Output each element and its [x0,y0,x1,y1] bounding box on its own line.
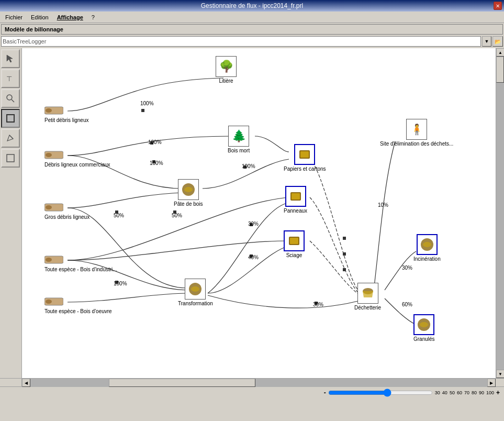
pct-100-pate: 100% [150,160,163,166]
zoom-80: 80 [472,390,477,395]
gros-debris-icon [44,202,63,213]
site-elimination-label: Site d'élimination des déchets... [380,141,453,147]
svg-rect-19 [343,268,346,271]
select2-tool-button[interactable] [1,109,20,128]
litiere-label: Litière [219,78,233,84]
sciage-node[interactable]: Sciage [284,230,305,258]
svg-text:⊤: ⊤ [6,75,12,83]
transformation-node[interactable]: Transformation [178,279,213,306]
pct-60-granules: 60% [402,302,412,307]
model-bar: Modèle de billonnage [1,24,503,35]
zoom-90: 90 [479,390,484,395]
scroll-right-button[interactable]: ▶ [487,379,496,387]
incineration-icon [417,234,438,255]
pate-bois-node[interactable]: Pâte de bois [174,179,203,207]
svg-point-2 [7,95,12,100]
svg-line-5 [9,135,13,139]
svg-point-35 [420,322,428,327]
vertical-scrollbar[interactable]: ▲ ▼ [496,48,504,378]
incineration-label: Incinération [413,256,441,262]
debris-commerciaux-label: Débris ligneux commerciaux [44,162,110,168]
h-scroll-track [30,379,487,387]
canvas-area: 🌳 Litière 🌲 Bois mort Pâte de bois Trans… [22,48,496,378]
sciage-label: Sciage [286,252,303,258]
browse-button[interactable]: 📂 [492,36,503,47]
scroll-down-button[interactable]: ▼ [496,370,504,378]
pate-bois-label: Pâte de bois [174,201,203,207]
gros-debris-node[interactable]: Gros débris ligneux [44,202,89,220]
svg-point-41 [46,205,52,209]
menu-fichier[interactable]: Fichier [2,13,26,21]
transformation-label: Transformation [178,301,213,306]
papiers-cartons-icon [294,144,315,165]
bois-mort-node[interactable]: 🌲 Bois mort [228,126,250,153]
zoom-bar: - 30 40 50 60 70 80 90 100 + [0,386,504,398]
select-tool-button[interactable] [1,49,20,68]
menu-aide[interactable]: ? [88,13,98,21]
svg-rect-28 [292,193,300,200]
petit-debris-node[interactable]: Petit débris ligneux [44,105,89,123]
delete-tool-button[interactable] [1,149,20,168]
move-tool-button[interactable]: ⊤ [1,69,20,88]
svg-point-33 [423,242,431,247]
pct-100-transfo: 100% [114,281,127,286]
dropdown-row: ▼ 📂 [1,36,503,47]
zoom-icon [6,94,15,103]
window-title: Gestionnaire de flux - ipcc2014_fr.prl [201,2,303,9]
svg-rect-17 [343,237,346,240]
pct-30-sciage: 30% [248,221,259,227]
pct-40-panneaux: 40% [248,254,259,260]
transformation-icon [185,279,206,300]
granules-node[interactable]: Granulés [413,314,435,342]
pct-50-gros2: 50% [172,213,182,218]
zoom-tool-button[interactable] [1,89,20,108]
svg-point-22 [184,187,193,192]
petit-debris-icon [44,105,63,116]
pen-tool-button[interactable] [1,129,20,148]
close-button[interactable]: ✕ [494,2,502,10]
model-select-input[interactable] [1,36,481,47]
zoom-60: 60 [457,390,462,395]
scroll-thumb[interactable] [496,57,504,83]
toute-espece-oeuvre-node[interactable]: Toute espèce - Bois d'oeuvre [44,296,112,314]
zoom-slider[interactable] [328,390,433,396]
svg-line-3 [12,99,14,102]
zoom-plus-label: + [496,389,500,396]
debris-commerciaux-node[interactable]: Débris ligneux commerciaux [44,149,110,168]
svg-marker-0 [7,55,13,62]
menu-edition[interactable]: Edition [28,13,52,21]
site-elimination-node[interactable]: 🧍 Site d'élimination des déchets... [380,119,453,147]
bottom-bar: ◀ ▶ [0,378,504,386]
zoom-100: 100 [486,390,494,395]
svg-point-39 [46,153,52,157]
toute-espece-industri-node[interactable]: Toute espèce - Bois d'industri... [44,254,117,272]
svg-point-45 [46,300,52,304]
bois-mort-icon: 🌲 [228,126,249,147]
papiers-cartons-node[interactable]: Papiers et cartons [284,144,326,172]
scroll-left-button[interactable]: ◀ [22,379,30,387]
scroll-up-button[interactable]: ▲ [496,48,504,57]
dropdown-arrow-button[interactable]: ▼ [482,36,491,47]
dechetterie-node[interactable]: Déchetterie [354,283,381,311]
zoom-40: 40 [442,390,447,395]
incineration-node[interactable]: Incinération [413,234,441,262]
menu-affichage[interactable]: Affichage [54,13,86,21]
scroll-track [496,57,504,370]
zoom-70: 70 [464,390,469,395]
svg-rect-18 [343,252,346,256]
pct-50-gros1: 50% [114,213,124,218]
gros-debris-label: Gros débris ligneux [44,214,89,220]
panneaux-icon [285,186,306,207]
cursor-icon [6,54,15,63]
toute-espece-oeuvre-icon [44,296,63,307]
debris-commerciaux-icon [44,149,63,161]
litiere-node[interactable]: 🌳 Litière [216,56,237,84]
svg-point-37 [46,108,52,113]
h-scroll-thumb[interactable] [109,379,255,387]
pct-30-transfo-dec: 30% [313,302,323,307]
box-select-icon [6,114,15,123]
panneaux-node[interactable]: Panneaux [284,186,307,214]
zoom-30: 30 [435,390,440,395]
pen-icon [6,134,15,143]
svg-rect-4 [7,115,14,122]
